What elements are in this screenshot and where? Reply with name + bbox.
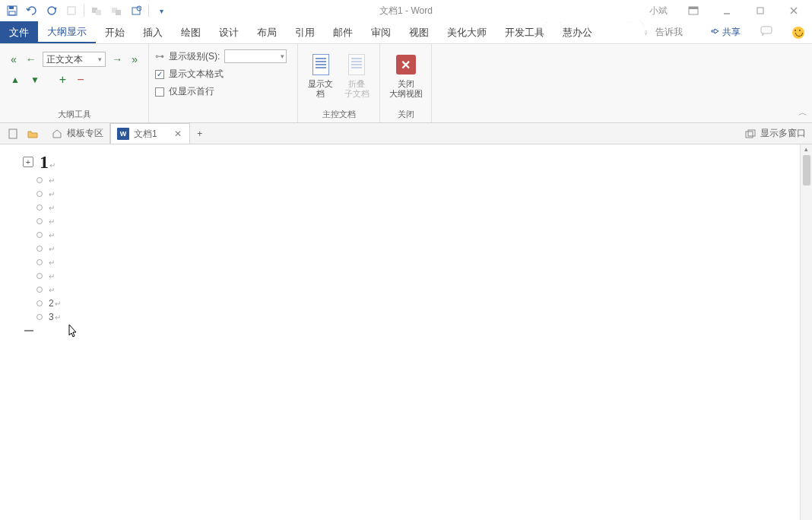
new-tab-button[interactable]: + (190, 128, 210, 139)
outline-body-line[interactable]: ↵ (3, 283, 797, 296)
vertical-scrollbar[interactable]: ▴ (800, 144, 812, 520)
demote-button[interactable]: → (109, 52, 125, 67)
outline-body-line-3[interactable]: 3↵ (3, 310, 797, 324)
promote-button[interactable]: ← (23, 52, 40, 67)
svg-rect-1 (9, 6, 14, 9)
close-button[interactable] (779, 2, 809, 19)
document-content[interactable]: + 1↵ ↵ ↵ ↵ ↵ ↵ ↵ ↵ ↵ ↵ 2↵ 3↵ (0, 144, 800, 520)
outline-level-select[interactable]: 正文文本▾ (43, 52, 106, 67)
outline-body-line[interactable]: ↵ (3, 173, 797, 187)
promote-top-button[interactable]: « (8, 52, 20, 67)
save-button[interactable] (3, 2, 21, 19)
outline-heading-1[interactable]: + 1↵ (3, 151, 797, 173)
expand-button[interactable]: + (56, 71, 69, 88)
level-icon: ⊶ (155, 51, 164, 62)
new-doc-icon[interactable] (5, 126, 21, 141)
outline-body-line[interactable]: ↵ (3, 228, 797, 242)
titlebar: ▾ 文档1 - Word 小斌 (0, 0, 812, 21)
collapse-subdoc-button[interactable]: 折叠 子文档 (339, 47, 376, 107)
show-first-line-label: 仅显示首行 (169, 85, 214, 98)
tab-design[interactable]: 设计 (210, 21, 248, 43)
tab-insert[interactable]: 插入 (134, 21, 172, 43)
qat-button-6[interactable] (107, 2, 125, 19)
tab-references[interactable]: 引用 (286, 21, 324, 43)
move-down-button[interactable]: ▼ (27, 73, 43, 87)
svg-rect-14 (757, 8, 763, 14)
ribbon-display-options[interactable] (678, 2, 709, 19)
tab-view[interactable]: 视图 (400, 21, 438, 43)
outline-body-line[interactable]: ↵ (3, 187, 797, 201)
close-outline-button[interactable]: ✕ 关闭 大纲视图 (388, 47, 424, 107)
svg-rect-17 (761, 27, 772, 33)
ribbon-tabs: 文件 大纲显示 开始 插入 绘图 设计 布局 引用 邮件 审阅 视图 美化大师 … (0, 21, 812, 44)
multi-window-icon (745, 129, 756, 138)
outline-end-line[interactable] (3, 324, 797, 338)
scrollbar-thumb[interactable] (803, 155, 810, 185)
expand-heading-icon[interactable]: + (23, 157, 33, 167)
collapse-button[interactable]: − (74, 71, 87, 88)
show-first-line-checkbox[interactable] (155, 87, 164, 97)
svg-rect-19 (746, 132, 753, 138)
tab-hui[interactable]: 慧办公 (553, 21, 601, 43)
svg-rect-9 (132, 8, 140, 14)
svg-rect-4 (68, 7, 75, 14)
close-doc-tab[interactable]: ✕ (173, 128, 183, 139)
tab-beautify[interactable]: 美化大师 (438, 21, 496, 43)
outline-body-line-2[interactable]: 2↵ (3, 296, 797, 310)
group-label-outline-tools: 大纲工具 (5, 107, 144, 121)
share-button[interactable]: 共享 (709, 26, 741, 39)
separator (84, 5, 84, 17)
open-folder-icon[interactable] (24, 126, 41, 141)
qat-button-4[interactable] (62, 2, 81, 19)
template-zone-tab[interactable]: 模板专区 (46, 123, 110, 144)
svg-rect-2 (9, 11, 15, 15)
word-icon: W (117, 128, 129, 140)
collapse-ribbon-button[interactable]: ︿ (798, 106, 807, 119)
outline-body-line[interactable]: ↵ (3, 242, 797, 255)
show-text-format-checkbox[interactable] (155, 70, 164, 79)
show-document-button[interactable]: 显示文档 (303, 47, 339, 107)
document-area: + 1↵ ↵ ↵ ↵ ↵ ↵ ↵ ↵ ↵ ↵ 2↵ 3↵ ▴ (0, 144, 812, 520)
tab-draw[interactable]: 绘图 (172, 21, 210, 43)
quick-access-toolbar: ▾ (0, 2, 173, 19)
qat-button-7[interactable] (127, 2, 145, 19)
svg-rect-12 (689, 7, 698, 9)
svg-point-10 (137, 6, 141, 11)
comments-icon[interactable] (760, 26, 772, 39)
tab-developer[interactable]: 开发工具 (496, 21, 553, 43)
outline-body-line[interactable]: ↵ (3, 201, 797, 214)
body-bullet-icon (36, 177, 43, 183)
tab-file[interactable]: 文件 (0, 21, 38, 43)
group-label-close: 关闭 (385, 107, 427, 121)
tell-me[interactable]: 告诉我 (655, 26, 683, 39)
group-label-master: 主控文档 (303, 107, 375, 121)
window-title: 文档1 - Word (379, 5, 433, 17)
tab-outline[interactable]: 大纲显示 (38, 21, 96, 43)
maximize-button[interactable] (745, 2, 776, 19)
doc-tab-1[interactable]: W 文档1 ✕ (110, 123, 190, 144)
tab-mail[interactable]: 邮件 (324, 21, 362, 43)
paragraph-mark: ↵ (49, 161, 56, 170)
minimize-button[interactable] (712, 2, 742, 19)
move-up-button[interactable]: ▲ (8, 73, 23, 87)
qat-customize-button[interactable]: ▾ (152, 2, 170, 19)
show-level-select[interactable]: ▾ (224, 49, 287, 63)
outline-body-line[interactable]: ↵ (3, 214, 797, 228)
outline-body-line[interactable]: ↵ (3, 269, 797, 283)
svg-rect-6 (96, 10, 101, 15)
tab-review[interactable]: 审阅 (362, 21, 400, 43)
tab-layout[interactable]: 布局 (248, 21, 286, 43)
outline-body-line[interactable]: ↵ (3, 255, 797, 269)
tab-home[interactable]: 开始 (96, 21, 134, 43)
show-multi-window[interactable]: 显示多窗口 (760, 127, 806, 140)
subdoc-icon (348, 54, 365, 75)
qat-button-5[interactable] (87, 2, 106, 19)
svg-point-3 (48, 7, 56, 14)
share-icon (709, 27, 719, 38)
smiley-icon[interactable] (792, 27, 804, 39)
demote-body-button[interactable]: » (128, 52, 141, 67)
svg-rect-20 (748, 130, 755, 136)
undo-button[interactable] (23, 2, 41, 19)
redo-button[interactable] (43, 2, 61, 19)
svg-rect-18 (9, 129, 17, 138)
